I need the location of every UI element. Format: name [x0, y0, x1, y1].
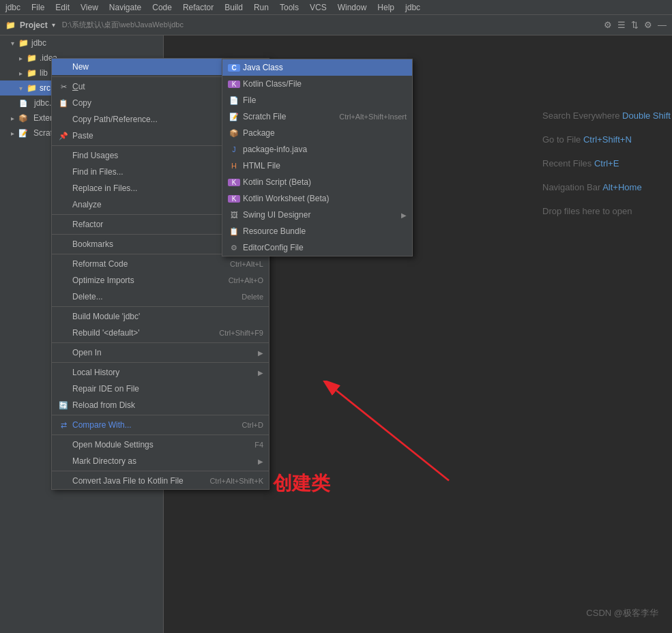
submenu-item-kotlin-class[interactable]: K Kotlin Class/File	[222, 76, 412, 92]
tree-label-src: src	[40, 83, 50, 93]
menu-item-mark-directory[interactable]: Mark Directory as ▶	[52, 453, 269, 469]
menu-view[interactable]: View	[81, 3, 98, 12]
minimize-icon[interactable]: —	[658, 20, 667, 30]
menu-vcs[interactable]: VCS	[310, 3, 327, 12]
html-icon: H	[228, 162, 240, 170]
new-submenu: C Java Class K Kotlin Class/File 📄 File …	[222, 59, 413, 256]
file-icon-iml: 📄	[19, 100, 31, 107]
expand-arrow: ▾	[11, 40, 14, 47]
swing-icon: 🖼	[228, 211, 240, 219]
expand-arrow-ext: ▸	[11, 115, 14, 122]
menu-item-open-in[interactable]: Open In ▶	[52, 344, 269, 361]
menu-window[interactable]: Window	[338, 3, 367, 12]
expand-arrow-src: ▾	[19, 85, 23, 92]
menu-item-convert-kotlin[interactable]: Convert Java File to Kotlin File Ctrl+Al…	[52, 473, 269, 489]
menu-jdbc2[interactable]: jdbc	[405, 3, 420, 12]
open-in-submenu-arrow: ▶	[258, 349, 263, 357]
scratch-file-icon: 📝	[228, 113, 240, 121]
menu-build[interactable]: Build	[224, 3, 243, 12]
hint-search-everywhere: Search Everywhere Double Shift	[542, 111, 665, 121]
separator-11	[52, 471, 269, 471]
project-dropdown-arrow[interactable]: ▾	[52, 21, 55, 29]
separator-6	[52, 306, 269, 307]
gear-icon[interactable]: ⚙	[644, 20, 652, 30]
folder-icon-idea: 📁	[27, 53, 37, 63]
swing-submenu-arrow: ▶	[401, 211, 407, 219]
folder-icon-jdbc: 📁	[18, 38, 29, 48]
hint-drop-files: Drop files here to open	[542, 206, 665, 216]
project-title[interactable]: Project	[20, 20, 48, 30]
submenu-item-kotlin-worksheet[interactable]: K Kotlin Worksheet (Beta)	[222, 190, 412, 207]
separator-7	[52, 342, 269, 343]
menu-item-optimize-imports[interactable]: Optimize Imports Ctrl+Alt+O	[52, 272, 269, 289]
menu-item-reformat[interactable]: Reformat Code Ctrl+Alt+L	[52, 256, 269, 272]
separator-10	[52, 435, 269, 435]
submenu-item-package-info[interactable]: J package-info.java	[222, 141, 412, 158]
watermark: CSDN @极客李华	[586, 607, 658, 619]
menu-refactor[interactable]: Refactor	[183, 3, 214, 12]
tree-label-lib: lib	[40, 68, 48, 78]
menu-item-new[interactable]: New ▶ C Java Class K Kotlin Class/File 📄…	[52, 59, 269, 75]
menu-tools[interactable]: Tools	[280, 3, 299, 12]
submenu-item-editorconfig[interactable]: ⚙ EditorConfig File	[222, 239, 412, 256]
expand-arrow-idea: ▸	[19, 55, 23, 62]
layout-icon[interactable]: ☰	[617, 20, 626, 30]
resource-bundle-icon: 📋	[228, 227, 240, 236]
submenu-item-resource-bundle[interactable]: 📋 Resource Bundle	[222, 223, 412, 239]
folder-icon-lib: 📁	[27, 68, 37, 78]
menu-run[interactable]: Run	[254, 3, 269, 12]
paste-icon: 📌	[57, 132, 70, 141]
project-folder-icon: 📁	[5, 20, 16, 30]
local-history-submenu-arrow: ▶	[258, 369, 263, 377]
cut-icon: ✂	[57, 83, 70, 91]
package-info-icon: J	[228, 146, 240, 153]
menu-jdbc[interactable]: jdbc	[5, 3, 20, 12]
menu-file[interactable]: File	[31, 3, 44, 12]
separator-8	[52, 362, 269, 363]
submenu-item-kotlin-script[interactable]: K Kotlin Script (Beta)	[222, 174, 412, 190]
submenu-item-file[interactable]: 📄 File	[222, 92, 412, 108]
java-class-icon: C	[228, 64, 240, 72]
menu-item-local-history[interactable]: Local History ▶	[52, 364, 269, 381]
copy-icon: 📋	[57, 99, 70, 108]
right-hints: Search Everywhere Double Shift Go to Fil…	[536, 104, 672, 223]
expand-arrow-lib: ▸	[19, 70, 23, 77]
compare-icon: ⇄	[57, 421, 70, 430]
menu-navigate[interactable]: Navigate	[109, 3, 141, 12]
folder-icon-src: 📁	[27, 83, 37, 93]
tree-label-jdbc: jdbc	[31, 38, 46, 48]
file-icon: 📄	[228, 96, 240, 105]
project-path: D:\系统默认\桌面\web\JavaWeb\jdbc	[62, 20, 184, 30]
ext-icon: 📦	[18, 114, 28, 123]
package-icon: 📦	[228, 129, 240, 138]
menu-item-reload[interactable]: 🔄 Reload from Disk	[52, 397, 269, 413]
menu-item-open-module-settings[interactable]: Open Module Settings F4	[52, 437, 269, 453]
menu-item-delete[interactable]: Delete... Delete	[52, 289, 269, 305]
project-titlebar: 📁 Project ▾ D:\系统默认\桌面\web\JavaWeb\jdbc …	[0, 15, 672, 35]
submenu-item-scratch-file[interactable]: 📝 Scratch File Ctrl+Alt+Shift+Insert	[222, 108, 412, 125]
hint-goto-file: Go to File Ctrl+Shift+N	[542, 134, 665, 145]
submenu-item-swing[interactable]: 🖼 Swing UI Designer ▶	[222, 207, 412, 223]
tree-item-jdbc[interactable]: ▾ 📁 jdbc	[0, 35, 163, 50]
menu-edit[interactable]: Edit	[55, 3, 70, 12]
filter-icon[interactable]: ⇅	[631, 20, 639, 30]
submenu-item-package[interactable]: 📦 Package	[222, 125, 412, 141]
mark-dir-submenu-arrow: ▶	[258, 458, 263, 465]
menu-code[interactable]: Code	[152, 3, 172, 12]
menu-help[interactable]: Help	[377, 3, 394, 12]
menu-item-repair-ide[interactable]: Repair IDE on File	[52, 381, 269, 397]
settings-icon[interactable]: ⚙	[604, 20, 612, 30]
menu-item-build-module[interactable]: Build Module 'jdbc'	[52, 308, 269, 325]
hint-nav-bar: Navigation Bar Alt+Home	[542, 182, 665, 192]
editorconfig-icon: ⚙	[228, 244, 240, 252]
expand-arrow-scratch: ▸	[11, 130, 14, 137]
reload-icon: 🔄	[57, 401, 70, 410]
annotation-text: 创建类	[273, 471, 330, 497]
kotlin-script-icon: K	[228, 179, 240, 186]
menu-item-rebuild[interactable]: Rebuild '<default>' Ctrl+Shift+F9	[52, 325, 269, 341]
menu-item-compare[interactable]: ⇄ Compare With... Ctrl+D	[52, 417, 269, 433]
scratch-icon: 📝	[18, 129, 28, 138]
hint-recent-files: Recent Files Ctrl+E	[542, 158, 665, 168]
submenu-item-html-file[interactable]: H HTML File	[222, 158, 412, 174]
submenu-item-java-class[interactable]: C Java Class	[222, 59, 412, 76]
